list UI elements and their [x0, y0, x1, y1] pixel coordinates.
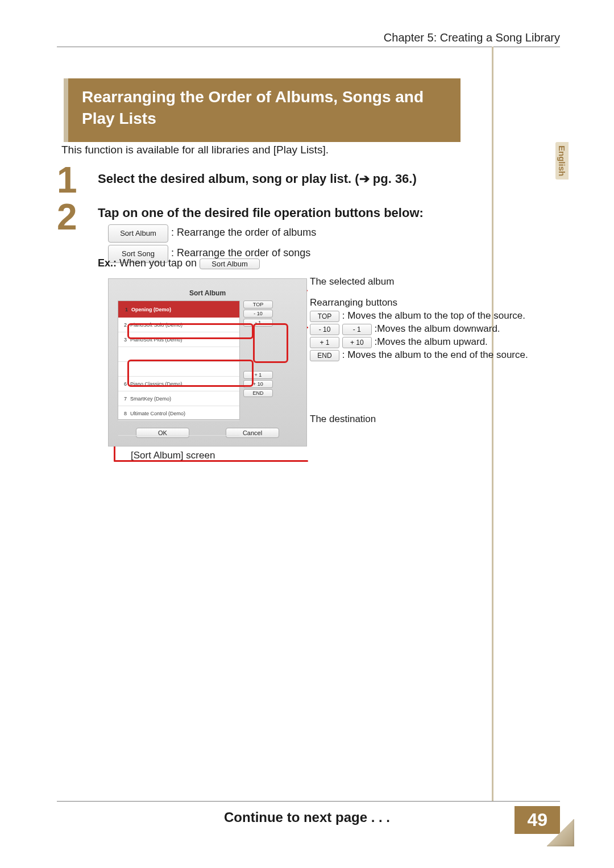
page-curl-icon	[547, 819, 574, 846]
step-number-2: 2	[57, 199, 77, 235]
annotation-up-desc: :Moves the album upward.	[374, 336, 487, 347]
annotation-down-desc: :Moves the album downward.	[374, 323, 500, 334]
legend-minus10-button: - 10	[310, 324, 339, 335]
list-item[interactable]	[118, 362, 239, 377]
legend-plus1-button: + 1	[310, 337, 339, 348]
legend-minus1-button: - 1	[342, 324, 372, 335]
list-item[interactable]: 7SmartKey (Demo)	[118, 391, 239, 406]
step1-heading: Select the desired album, song or play l…	[98, 172, 417, 186]
list-item[interactable]: 1Opening (Demo)	[118, 301, 239, 318]
move-end-button[interactable]: END	[243, 389, 273, 397]
sort-album-screen: Sort Album 1Opening (Demo) 2PianoSoft So…	[108, 278, 307, 446]
screen-title: Sort Album	[118, 289, 297, 297]
annotation-rearranging-title: Rearranging buttons	[310, 297, 560, 310]
example-prefix: Ex.:	[98, 257, 117, 269]
annotation-end-desc: : Moves the album to the end of the sour…	[342, 349, 528, 360]
legend-end-button: END	[310, 350, 339, 361]
bottom-rule	[57, 801, 560, 802]
annotation-top-desc: : Moves the album to the top of the sour…	[342, 310, 525, 321]
top-rule	[57, 47, 560, 47]
sort-album-button[interactable]: Sort Album	[108, 224, 168, 243]
move-buttons-column: TOP - 10 - 1 + 1 + 10 END	[243, 301, 273, 397]
screenshot-caption: [Sort Album] screen	[131, 450, 307, 461]
example-line: Ex.: When you tap on Sort Album	[98, 257, 260, 269]
example-sort-album-button[interactable]: Sort Album	[200, 258, 260, 269]
list-item[interactable]: 6Piano Classics (Demo)	[118, 377, 239, 391]
annotation-destination: The destination	[310, 413, 560, 426]
list-item[interactable]: 2PianoSoft Solo (Demo)	[118, 318, 239, 332]
sort-album-desc: : Rearrange the order of albums	[171, 227, 316, 238]
chapter-label: Chapter 5: Creating a Song Library	[0, 31, 560, 44]
list-item[interactable]: 8Ultimate Control (Demo)	[118, 406, 239, 421]
list-item[interactable]: 3PianoSoft Plus (Demo)	[118, 332, 239, 347]
move-plus1-button[interactable]: + 1	[243, 371, 273, 379]
manual-page: Chapter 5: Creating a Song Library Engli…	[0, 0, 614, 868]
step2-heading: Tap on one of the desired file operation…	[98, 206, 557, 220]
album-list[interactable]: 1Opening (Demo) 2PianoSoft Solo (Demo) 3…	[118, 301, 240, 420]
language-tab: English	[555, 142, 569, 180]
annotation-selected-album: The selected album	[310, 276, 560, 289]
legend-plus10-button: + 10	[342, 337, 372, 348]
section-title: Rearranging the Order of Albums, Songs a…	[68, 78, 460, 142]
move-top-button[interactable]: TOP	[243, 301, 273, 308]
step-number-1: 1	[57, 162, 77, 198]
screenshot-panel: Sort Album 1Opening (Demo) 2PianoSoft So…	[108, 278, 307, 461]
move-plus10-button[interactable]: + 10	[243, 380, 273, 388]
list-item[interactable]	[118, 421, 239, 436]
annotations: The selected album Rearranging buttons T…	[310, 276, 560, 426]
intro-text: This function is available for all libra…	[61, 144, 329, 156]
move-minus10-button[interactable]: - 10	[243, 310, 273, 318]
example-text: When you tap on	[117, 257, 200, 269]
legend-top-button: TOP	[310, 311, 339, 322]
sort-song-desc: : Rearrange the order of songs	[171, 247, 310, 258]
list-item[interactable]	[118, 347, 239, 362]
move-minus1-button[interactable]: - 1	[243, 319, 273, 327]
